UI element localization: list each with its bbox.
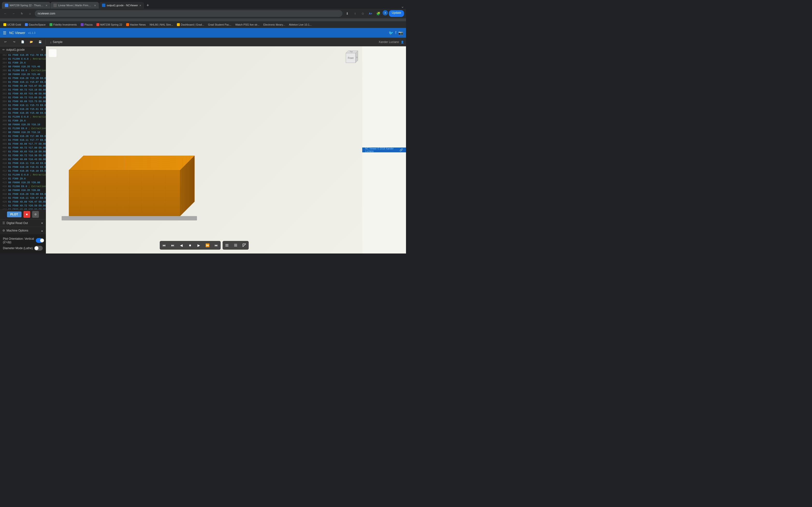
code-line: 412G1 F500 X10.35 Y18.10 E0.00718234 bbox=[0, 169, 46, 173]
plot-button[interactable]: PLOT bbox=[7, 212, 21, 217]
svg-text:R: R bbox=[356, 57, 358, 58]
line-content: G1 F1200 E6.0 ; Extraction bbox=[8, 69, 46, 73]
playback-step-back[interactable]: ◀ bbox=[177, 241, 186, 249]
stop-button[interactable]: ■ bbox=[23, 211, 30, 218]
bookmark-ableton[interactable]: Ableton Live 10.1... bbox=[287, 23, 313, 26]
line-number: 408 bbox=[1, 154, 7, 158]
playback-play[interactable]: ▶ bbox=[195, 241, 203, 249]
bookmark-electronic-library[interactable]: Electronic library... bbox=[262, 23, 287, 26]
address-bar[interactable]: ncviewer.com bbox=[35, 10, 343, 17]
toggle-lathe[interactable] bbox=[34, 246, 43, 250]
playback-extra-2[interactable] bbox=[231, 241, 240, 249]
extensions-button[interactable]: 🧩 bbox=[375, 10, 382, 17]
line-content: G1 F500 X10.28 Y20.60 E0.00717779 bbox=[8, 192, 46, 196]
code-line: 420G1 F500 X9.89 Y20.47 E0.00716522 bbox=[0, 200, 46, 204]
hamburger-menu[interactable]: ☰ bbox=[3, 31, 6, 35]
reload-button[interactable]: ↻ bbox=[18, 10, 25, 17]
code-line: 402G0 F9000 X10.35 Y18.10 bbox=[0, 131, 46, 134]
extension-icon-1[interactable]: A+ bbox=[367, 10, 374, 17]
playback-skip-start[interactable]: ⏮ bbox=[160, 241, 168, 249]
playback-extra-3[interactable] bbox=[240, 241, 249, 249]
toolbar-divider bbox=[45, 40, 46, 44]
sample-button[interactable]: ↓ Sample bbox=[48, 39, 65, 45]
line-number: 404 bbox=[1, 138, 7, 142]
code-line: 413G1 F1200 E-6.0 ; Retraction bbox=[0, 173, 46, 177]
cube-indicator[interactable]: Front R Top bbox=[341, 48, 360, 68]
playback-stop[interactable]: ■ bbox=[186, 241, 195, 249]
playback-step-forward[interactable]: ⏩ bbox=[203, 241, 212, 249]
footer-text: NC Viewer © 2018 Xander Luciano bbox=[365, 147, 398, 153]
bookmark-icon[interactable]: ☆ bbox=[359, 10, 366, 17]
open-file-button[interactable]: 📂 bbox=[28, 39, 35, 45]
redo-button[interactable]: ↪ bbox=[11, 39, 17, 45]
update-button[interactable]: Update bbox=[389, 10, 404, 17]
instagram-icon[interactable]: 📷 bbox=[398, 31, 403, 35]
line-number: 409 bbox=[1, 158, 7, 162]
bookmark-gaucho-space[interactable]: GauchoSpace bbox=[23, 23, 47, 26]
svg-marker-1 bbox=[69, 156, 195, 170]
tab-3[interactable]: output1.gcode - NCViewer × bbox=[99, 2, 144, 9]
code-line: 388G1 F500 X10.28 Y15.20 E0.00717779 bbox=[0, 76, 46, 80]
tab-close-3[interactable]: × bbox=[140, 4, 141, 7]
forward-button[interactable]: → bbox=[10, 10, 17, 17]
playback-extra-1[interactable] bbox=[222, 241, 231, 249]
home-nav-button[interactable]: ⌂ bbox=[27, 10, 33, 17]
user-avatar-icon[interactable]: 👤 bbox=[401, 41, 404, 44]
line-content: G0 F9000 X10.35 Y15.40 bbox=[8, 65, 40, 69]
machine-options-chevron: ▲ bbox=[41, 229, 43, 232]
bookmark-psg[interactable]: Watch PSG live str... bbox=[234, 23, 261, 26]
viewport-home-button[interactable]: ⌂ bbox=[49, 49, 57, 57]
close-panel-icon[interactable]: × bbox=[41, 48, 43, 52]
tab-close-1[interactable]: × bbox=[45, 4, 47, 7]
new-file-button[interactable]: 📄 bbox=[19, 39, 26, 45]
machine-options-header[interactable]: ⚙ Machine Options ▲ bbox=[0, 227, 46, 234]
share-icon[interactable]: ↑ bbox=[352, 10, 358, 17]
bookmark-mat238[interactable]: MAT238 Spring 22 bbox=[95, 23, 124, 26]
twitter-icon[interactable]: 🐦 bbox=[389, 31, 394, 35]
line-content: G1 F300 Z0.6 bbox=[8, 177, 26, 181]
file-header: ✏ output1.gcode × bbox=[0, 46, 46, 53]
line-content: G1 F500 X9.72 Y18.30 E0.00717779 bbox=[8, 154, 46, 158]
bookmark-nhl66[interactable]: NHL66 | NHL Stre... bbox=[148, 23, 174, 26]
line-number: 402 bbox=[1, 131, 7, 134]
playback-extra bbox=[222, 241, 249, 249]
code-line: 414G1 F300 Z0.6 bbox=[0, 177, 46, 181]
tab-2[interactable]: Linear Move | Marlin Firmware × bbox=[51, 2, 99, 9]
line-content: G1 F500 X10.28 Y17.90 E0.00717779 bbox=[8, 134, 46, 138]
playback-prev-step[interactable]: ⏭ bbox=[168, 241, 177, 249]
tab-close-2[interactable]: × bbox=[94, 4, 96, 7]
tab-1[interactable]: MAT238 Spring 22 - Thursday... × bbox=[2, 2, 50, 9]
bookmark-grad-student[interactable]: Grad Student Pac... bbox=[207, 23, 233, 26]
facebook-icon[interactable]: f bbox=[395, 31, 396, 35]
bookmark-piazza[interactable]: Piazza bbox=[79, 23, 94, 26]
code-area[interactable]: 382G1 F500 X10.35 Y12.70 E0.00718234383G… bbox=[0, 53, 46, 209]
line-number: 398 bbox=[1, 115, 7, 119]
app-title: NC Viewer bbox=[9, 31, 26, 35]
line-number: 391 bbox=[1, 88, 7, 92]
settings-button[interactable]: ⚙ bbox=[32, 211, 39, 218]
line-content: G0 F9000 X10.35 Y20.80 bbox=[8, 181, 40, 185]
line-content: G1 F500 X9.89 Y18.43 E0.00716427 bbox=[8, 158, 46, 162]
profiles-icon[interactable]: X bbox=[383, 10, 388, 15]
code-line: 382G1 F500 X10.35 Y12.70 E0.00718234 bbox=[0, 53, 46, 57]
bookmark-fidelity[interactable]: Fidelity Investments bbox=[48, 23, 78, 26]
digital-read-out-header[interactable]: ☰ Digital Read Out ▼ bbox=[0, 219, 46, 227]
line-content: G1 F500 X9.89 Y17.77 E0.00716523 bbox=[8, 142, 46, 146]
bookmark-dashboard[interactable]: Dashboard | Grad... bbox=[175, 23, 205, 26]
undo-button[interactable]: ↩ bbox=[2, 39, 9, 45]
code-line: 384G1 F300 Z0.6 bbox=[0, 61, 46, 65]
line-content: G1 F500 X10.28 Y15.20 E0.00717779 bbox=[8, 76, 46, 80]
toggle-orientation[interactable] bbox=[36, 238, 43, 243]
save-file-button[interactable]: 💾 bbox=[37, 39, 44, 45]
social-icons: 🐦 f 📷 bbox=[389, 31, 403, 35]
line-number: 412 bbox=[1, 169, 7, 173]
back-button[interactable]: ← bbox=[2, 10, 9, 17]
svg-line-56 bbox=[243, 244, 246, 247]
bookmark-hacker-news[interactable]: Hacker News bbox=[125, 23, 147, 26]
line-number: 400 bbox=[1, 123, 7, 127]
tab-expand-button[interactable]: ⌄ bbox=[401, 4, 404, 9]
new-tab-button[interactable]: + bbox=[144, 2, 151, 9]
bookmark-ucsb-gold[interactable]: UCSB Gold bbox=[2, 23, 22, 26]
download-icon[interactable]: ⬇ bbox=[344, 10, 351, 17]
playback-skip-end[interactable]: ⏭ bbox=[212, 241, 221, 249]
